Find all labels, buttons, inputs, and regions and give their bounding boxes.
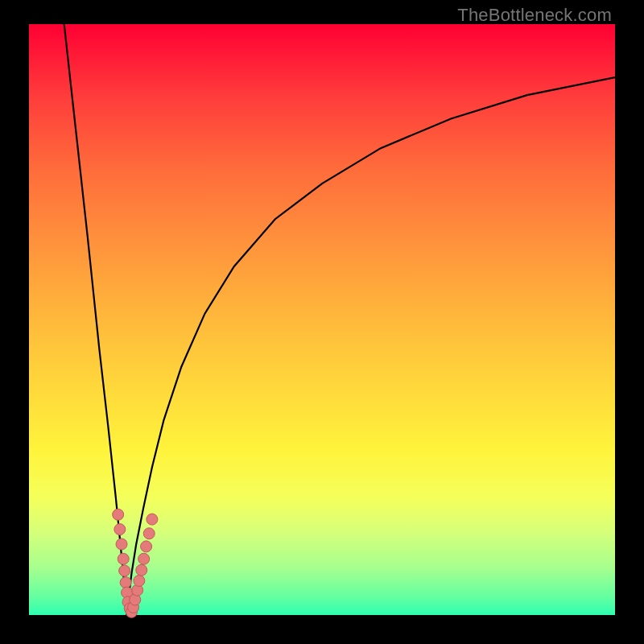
chart-svg xyxy=(29,24,615,615)
marker-group xyxy=(113,509,158,617)
marker-point xyxy=(120,577,131,588)
curve-right xyxy=(127,77,615,615)
watermark-text: TheBottleneck.com xyxy=(457,5,612,26)
chart-container: TheBottleneck.com xyxy=(0,0,644,644)
marker-point xyxy=(114,524,126,535)
marker-point xyxy=(116,539,127,550)
marker-point xyxy=(143,528,155,539)
marker-point xyxy=(138,553,150,564)
marker-point xyxy=(134,575,145,586)
marker-point xyxy=(147,514,158,525)
marker-point xyxy=(141,541,152,552)
marker-point xyxy=(113,509,124,520)
plot-area xyxy=(29,24,615,615)
marker-point xyxy=(118,553,129,564)
marker-point xyxy=(119,565,130,576)
marker-point xyxy=(136,564,147,576)
